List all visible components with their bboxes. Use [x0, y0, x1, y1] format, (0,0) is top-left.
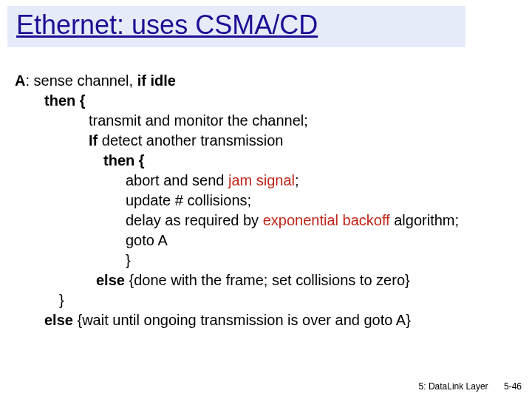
if-kw: If: [89, 132, 102, 149]
update-line: update # collisions;: [126, 191, 517, 211]
abort-post: ;: [295, 172, 299, 188]
text: : sense channel,: [25, 72, 137, 89]
else1-kw: else: [44, 312, 77, 328]
footer-section: 5: DataLink Layer: [419, 381, 488, 392]
delay-line: delay as required by exponential backoff…: [126, 211, 517, 231]
goto-line: goto A: [126, 231, 517, 250]
abort-pre: abort and send: [126, 172, 228, 188]
else-inner: else {done with the frame; set collision…: [96, 270, 517, 290]
exp-backoff: exponential backoff: [263, 212, 395, 228]
slide-title: Ethernet: uses CSMA/CD: [16, 10, 457, 40]
close-inner: }: [126, 250, 517, 270]
then-1: then {: [44, 91, 517, 111]
else1-text: {wait until ongoing transmission is over…: [77, 312, 410, 328]
else2-kw: else: [96, 272, 129, 288]
else-outer: else {wait until ongoing transmission is…: [44, 310, 517, 330]
label-a: A: [15, 72, 25, 89]
delay-pre: delay as required by: [126, 212, 263, 228]
delay-post: algorithm;: [394, 212, 459, 228]
then-kw: then {: [44, 92, 86, 109]
if-text: detect another transmission: [102, 132, 284, 149]
if-line: If detect another transmission: [89, 131, 517, 151]
slide: Ethernet: uses CSMA/CD A: sense channel,…: [0, 0, 532, 399]
if-idle: if idle: [137, 72, 176, 89]
footer: 5: DataLink Layer 5-46: [406, 381, 522, 392]
line-a: A: sense channel, if idle: [15, 71, 517, 91]
abort-line: abort and send jam signal;: [126, 171, 517, 191]
then2-kw: then {: [103, 152, 145, 168]
then-2: then {: [103, 151, 517, 171]
title-box: Ethernet: uses CSMA/CD: [7, 6, 466, 47]
jam-signal: jam signal: [228, 172, 295, 188]
else2-text: {done with the frame; set collisions to …: [129, 272, 409, 288]
footer-page: 5-46: [504, 381, 522, 392]
transmit-line: transmit and monitor the channel;: [89, 111, 517, 131]
slide-body: A: sense channel, if idle then { transmi…: [15, 71, 517, 330]
close-outer: }: [59, 290, 517, 310]
